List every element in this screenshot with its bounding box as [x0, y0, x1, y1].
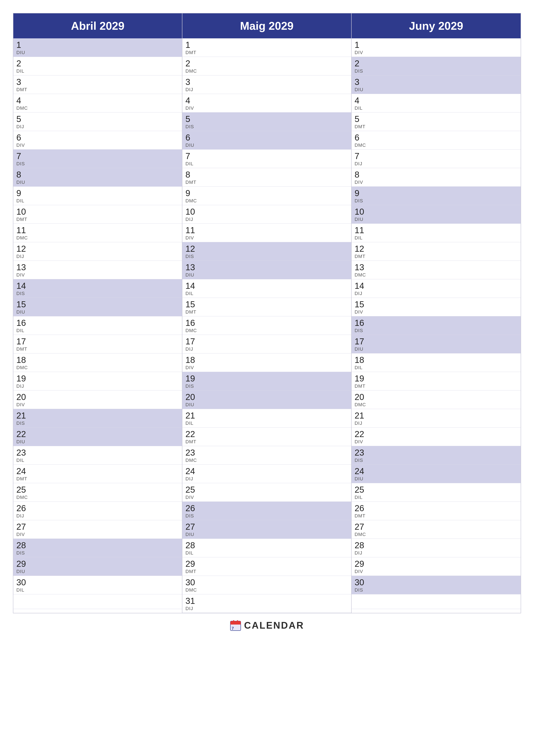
day-name: DIJ: [185, 217, 348, 222]
footer-logo: 7 CALENDAR: [230, 620, 304, 631]
day-number: 18: [185, 355, 348, 364]
svg-text:7: 7: [232, 626, 234, 631]
day-cell: 6DIU: [182, 131, 351, 149]
day-number: 6: [16, 133, 179, 142]
day-name: DIV: [16, 532, 179, 537]
day-name: DIL: [16, 587, 179, 593]
day-cell: 1DMT: [182, 39, 351, 57]
day-cell: 23DMC: [182, 446, 351, 465]
day-name: DIJ: [16, 383, 179, 389]
day-number: 14: [355, 281, 518, 290]
day-name: DIV: [16, 272, 179, 278]
day-number: 9: [185, 188, 348, 198]
day-name: DIV: [185, 105, 348, 111]
day-cell: 28DIL: [182, 539, 351, 557]
day-name: DIU: [185, 532, 348, 537]
day-number: 30: [16, 578, 179, 587]
day-cell: 10DMT: [13, 205, 182, 224]
day-cell: 26DIS: [182, 502, 351, 520]
day-cell: 10DIJ: [182, 205, 351, 224]
day-name: DIU: [16, 50, 179, 55]
day-cell: 23DIS: [352, 446, 521, 465]
day-cell: 14DIJ: [352, 279, 521, 298]
day-name: DIJ: [355, 550, 518, 556]
day-cell: 29DIU: [13, 557, 182, 576]
day-number: 12: [185, 244, 348, 254]
day-name: DIU: [16, 179, 179, 185]
day-name: DIV: [16, 143, 179, 148]
day-name: DMT: [355, 513, 518, 519]
day-cell: 24DIU: [352, 465, 521, 483]
day-name: DMT: [185, 179, 348, 185]
day-cell: 2DIS: [352, 57, 521, 75]
day-number: 1: [355, 40, 518, 50]
day-cell: 11DMC: [13, 224, 182, 242]
day-number: 25: [355, 485, 518, 494]
day-number: 7: [355, 151, 518, 161]
day-cell: 2DIL: [13, 57, 182, 75]
day-cell: 29DIV: [352, 557, 521, 576]
day-name: DMC: [16, 365, 179, 370]
day-number: 29: [16, 559, 179, 569]
day-number: 13: [16, 262, 179, 272]
svg-rect-2: [230, 623, 241, 625]
day-name: DIS: [355, 458, 518, 463]
day-number: 25: [185, 485, 348, 494]
day-cell: 16DMC: [182, 316, 351, 335]
day-name: DIV: [16, 402, 179, 408]
month-header-0: Abril 2029: [13, 14, 182, 39]
day-name: DIU: [16, 569, 179, 574]
day-cell: 28DIJ: [352, 539, 521, 557]
day-name: DMC: [355, 532, 518, 537]
day-name: DIV: [355, 179, 518, 185]
day-number: 20: [355, 392, 518, 402]
day-name: DMT: [16, 346, 179, 352]
day-cell: 25DIL: [352, 483, 521, 502]
day-name: DMT: [355, 124, 518, 129]
day-number: 14: [185, 281, 348, 290]
day-cell: 9DIS: [352, 187, 521, 205]
day-name: DIV: [185, 495, 348, 500]
day-name: DIS: [16, 291, 179, 296]
day-cell: 9DIL: [13, 187, 182, 205]
day-name: DIU: [185, 402, 348, 408]
day-name: DMT: [355, 383, 518, 389]
day-name: DMC: [16, 235, 179, 241]
day-name: DIV: [355, 439, 518, 445]
day-number: 3: [16, 77, 179, 87]
day-number: 28: [185, 540, 348, 550]
day-name: DIU: [16, 439, 179, 445]
day-name: DMC: [355, 272, 518, 278]
day-cell: 5DIS: [182, 113, 351, 131]
day-cell: 11DIL: [352, 224, 521, 242]
day-number: 8: [16, 170, 179, 179]
day-cell: 20DIU: [182, 391, 351, 409]
day-name: DIU: [355, 346, 518, 352]
day-cell: 24DMT: [13, 465, 182, 483]
day-name: DIJ: [355, 161, 518, 167]
day-number: 5: [355, 114, 518, 124]
day-cell: 21DIJ: [352, 409, 521, 428]
day-number: 5: [16, 114, 179, 124]
day-number: 5: [185, 114, 348, 124]
day-name: DIV: [355, 569, 518, 574]
day-cell: 22DIU: [13, 428, 182, 446]
month-col-1: 1DMT2DMC3DIJ4DIV5DIS6DIU7DIL8DMT9DMC10DI…: [182, 39, 351, 613]
day-cell: 16DIS: [352, 316, 521, 335]
day-cell: 17DMT: [13, 335, 182, 353]
day-cell: 26DMT: [352, 502, 521, 520]
day-cell: 29DMT: [182, 557, 351, 576]
day-cell: 13DIU: [182, 261, 351, 279]
day-cell: 3DIJ: [182, 75, 351, 94]
day-number: 12: [355, 244, 518, 254]
day-number: 6: [355, 133, 518, 142]
day-cell: 15DMT: [182, 298, 351, 316]
day-cell: 6DIV: [13, 131, 182, 149]
day-cell: 4DIL: [352, 94, 521, 113]
day-number: 10: [355, 207, 518, 216]
day-name: DMC: [355, 402, 518, 408]
day-number: 24: [355, 466, 518, 476]
day-number: 19: [355, 374, 518, 383]
calendar-container: Abril 2029Maig 2029Juny 2029 1DIU2DIL3DM…: [13, 13, 521, 613]
day-name: DIS: [355, 328, 518, 334]
